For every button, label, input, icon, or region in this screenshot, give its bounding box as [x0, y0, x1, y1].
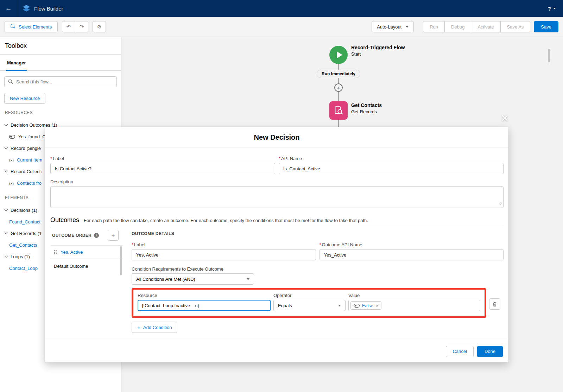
- description-textarea[interactable]: [50, 186, 504, 208]
- chip-remove-icon[interactable]: ×: [376, 303, 379, 308]
- outcome-api-field-label: * Outcome API Name: [320, 242, 504, 247]
- help-icon: ?: [548, 6, 551, 12]
- resource-combobox[interactable]: [138, 300, 271, 311]
- get-contacts-title: Get Contacts: [351, 102, 382, 108]
- search-icon: [8, 79, 13, 85]
- redo-button[interactable]: ↷: [75, 21, 88, 32]
- add-condition-button[interactable]: + Add Condition: [132, 322, 177, 333]
- outcome-details-panel: OUTCOME DETAILS * Label *: [123, 228, 504, 338]
- label-text: Label: [134, 242, 145, 247]
- caret-down-icon: [406, 26, 409, 28]
- add-outcome-button[interactable]: +: [108, 230, 119, 241]
- get-contacts-label: Get Contacts Get Records: [351, 102, 382, 114]
- outcome-label-input[interactable]: [132, 249, 316, 260]
- label-text: Label: [53, 156, 64, 161]
- modal-footer: Cancel Done: [45, 340, 508, 362]
- label-text: Condition Requirements to Execute Outcom…: [132, 266, 223, 272]
- outcome-details-heading: OUTCOME DETAILS: [132, 231, 504, 236]
- value-chip[interactable]: False ×: [350, 301, 381, 310]
- operator-value: Equals: [278, 303, 292, 308]
- get-contacts-node[interactable]: [329, 101, 348, 120]
- gear-icon: ⚙: [97, 24, 101, 30]
- outcome-item-yes-active[interactable]: Yes, Active: [50, 245, 123, 259]
- toolbox-tabs: Manager: [0, 55, 121, 71]
- undo-button[interactable]: ↶: [62, 21, 75, 32]
- drag-handle-icon[interactable]: [54, 250, 57, 254]
- redo-icon: ↷: [80, 24, 84, 30]
- save-button[interactable]: Save: [534, 21, 558, 32]
- flow-builder-icon: [22, 4, 31, 13]
- outcome-label-field-label: * Label: [132, 242, 316, 247]
- caret-down-icon: [553, 8, 556, 9]
- tree-group-label: Get Records (1: [11, 231, 42, 236]
- select-elements-button[interactable]: Select Elements: [5, 21, 58, 32]
- outcome-item-label: Yes, Active: [61, 249, 83, 255]
- undo-icon: ↶: [67, 24, 71, 30]
- help-menu[interactable]: ?: [548, 6, 556, 12]
- value-combobox[interactable]: False ×: [348, 300, 480, 311]
- operator-select[interactable]: Equals: [273, 300, 346, 311]
- outcome-item-default[interactable]: Default Outcome: [50, 259, 123, 273]
- outcome-order-scrollbar[interactable]: [120, 246, 122, 275]
- condition-requirements-value: All Conditions Are Met (AND): [136, 277, 195, 282]
- modal-close-button[interactable]: [500, 113, 510, 123]
- flow-search: [4, 76, 117, 87]
- select-elements-label: Select Elements: [19, 24, 52, 30]
- chevron-down-icon: [5, 254, 8, 258]
- activate-button[interactable]: Activate: [471, 21, 500, 32]
- trash-icon: [492, 302, 497, 307]
- auto-layout-dropdown[interactable]: Auto-Layout: [372, 21, 414, 32]
- tree-item-label: Found_Contact: [9, 219, 40, 225]
- resize-grip-icon[interactable]: [499, 201, 502, 206]
- outcome-order-list: Yes, Active Default Outcome: [50, 245, 123, 273]
- run-immediately-pill[interactable]: Run Immediately: [317, 70, 360, 78]
- condition-requirements-select[interactable]: All Conditions Are Met (AND): [132, 273, 254, 285]
- record-lookup-icon: [333, 105, 344, 116]
- condition-requirements-label: Condition Requirements to Execute Outcom…: [132, 266, 504, 272]
- tree-item-label: Get_Contacts: [9, 242, 37, 248]
- api-name-input[interactable]: [279, 163, 504, 174]
- done-button[interactable]: Done: [477, 346, 503, 357]
- variable-icon: (x): [9, 181, 14, 185]
- chevron-down-icon: [5, 146, 8, 150]
- resources-heading: RESOURCES: [5, 110, 116, 115]
- chevron-down-icon: [5, 231, 8, 235]
- outcome-api-name-input[interactable]: [320, 249, 504, 260]
- required-asterisk: *: [132, 242, 133, 247]
- caret-down-icon: [338, 305, 341, 306]
- add-condition-label: Add Condition: [143, 325, 172, 330]
- cancel-button[interactable]: Cancel: [446, 346, 473, 357]
- toolbar: Select Elements ↶ ↷ ⚙ Auto-Layout Run De…: [0, 17, 563, 37]
- start-node[interactable]: [329, 46, 348, 64]
- plus-icon: +: [112, 232, 115, 239]
- label-input[interactable]: [50, 163, 275, 174]
- new-resource-button[interactable]: New Resource: [4, 93, 45, 104]
- tab-manager[interactable]: Manager: [6, 60, 27, 71]
- save-as-button[interactable]: Save As: [500, 21, 531, 32]
- required-asterisk: *: [320, 242, 321, 247]
- search-input[interactable]: [4, 76, 117, 87]
- back-button[interactable]: ←: [0, 0, 17, 17]
- run-button[interactable]: Run: [423, 21, 445, 32]
- toolbox-title: Toolbox: [0, 37, 121, 55]
- tree-group-label: Record Collecti: [11, 169, 42, 174]
- delete-condition-button[interactable]: [489, 298, 500, 310]
- app-header: ← Flow Builder ?: [0, 0, 563, 17]
- settings-button[interactable]: ⚙: [93, 21, 106, 32]
- canvas-scrollbar[interactable]: [548, 49, 550, 62]
- flow-actions-group: Run Debug Activate Save As: [423, 21, 530, 32]
- condition-row: Resource Operator Equals: [132, 288, 504, 318]
- label-text: API Name: [281, 156, 302, 161]
- tree-group-label: Loops (1): [11, 254, 30, 259]
- app-title: Flow Builder: [34, 6, 63, 12]
- add-element-button[interactable]: +: [334, 83, 343, 92]
- info-icon[interactable]: i: [94, 233, 99, 238]
- new-decision-modal: New Decision * Label * API Name: [45, 127, 508, 362]
- debug-button[interactable]: Debug: [444, 21, 471, 32]
- resource-label: Resource: [138, 293, 271, 298]
- toggle-icon: [9, 135, 15, 139]
- chevron-down-icon: [5, 123, 8, 126]
- outcome-order-header: OUTCOME ORDER i +: [50, 230, 123, 241]
- label-text: Description: [50, 179, 73, 184]
- toggle-icon: [354, 304, 360, 308]
